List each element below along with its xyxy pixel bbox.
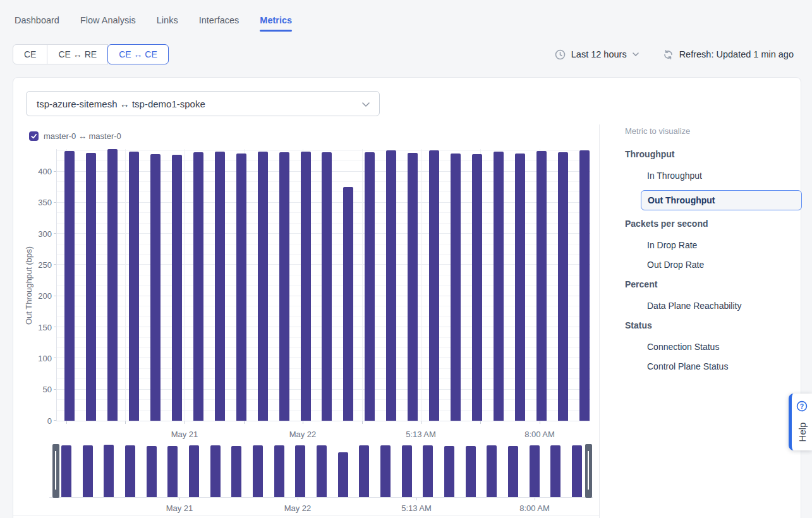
metric-item[interactable]: Out Throughput: [641, 190, 802, 210]
segment-button[interactable]: CE: [13, 44, 47, 64]
series-checkbox-label: master-0 ↔ master-0: [44, 131, 121, 141]
bar[interactable]: [472, 154, 482, 421]
bar[interactable]: [343, 187, 353, 421]
nav-item-metrics[interactable]: Metrics: [260, 15, 292, 32]
metric-item[interactable]: In Drop Rate: [612, 240, 802, 250]
chevron-down-icon: [633, 52, 639, 56]
navigator-bar: [402, 445, 412, 497]
metric-group-heading: Throughput: [625, 149, 802, 159]
navigator-bar: [210, 445, 221, 497]
navigator-bar: [317, 445, 327, 497]
metric-item[interactable]: Control Plane Status: [612, 361, 802, 371]
help-button[interactable]: ? Help: [789, 394, 812, 450]
navigator-bar: [530, 445, 540, 497]
pair-select[interactable]: tsp-azure-sitemesh ↔ tsp-demo1-spoke: [26, 91, 380, 116]
bar[interactable]: [107, 149, 118, 421]
metric-group-heading: Packets per second: [625, 219, 802, 229]
toolbar: CECE ↔ RECE ↔ CE Last 12 hours: [13, 44, 794, 64]
bar-chart[interactable]: 050100150200250300350400May 21May 225:13…: [56, 149, 590, 421]
bar[interactable]: [536, 151, 547, 421]
bar[interactable]: [86, 153, 96, 421]
metric-group: PercentData Plane Reachability: [612, 279, 802, 311]
axis-tick: [54, 233, 56, 234]
bar[interactable]: [515, 154, 525, 421]
bar[interactable]: [386, 150, 396, 421]
metric-item[interactable]: Out Drop Rate: [612, 260, 802, 270]
segment-button[interactable]: CE ↔ RE: [47, 44, 108, 64]
axis-tick: [54, 389, 56, 390]
nav-item-links[interactable]: Links: [157, 15, 178, 32]
bar[interactable]: [258, 152, 268, 421]
axis-tick: [303, 421, 303, 424]
navigator-bar: [466, 446, 476, 497]
gridline: [185, 149, 185, 421]
series-checkbox[interactable]: master-0 ↔ master-0: [29, 131, 121, 141]
bar[interactable]: [408, 153, 418, 421]
bar[interactable]: [429, 150, 439, 421]
segment-button[interactable]: CE ↔ CE: [107, 44, 169, 64]
refresh-button[interactable]: Refresh: Updated 1 min ago: [663, 49, 794, 60]
metric-groups: ThroughputIn ThroughputOut ThroughputPac…: [612, 149, 802, 371]
chart-navigator[interactable]: May 21May 225:13 AM8:00 AM: [49, 444, 593, 498]
metric-group: StatusConnection StatusControl Plane Sta…: [612, 320, 802, 371]
y-axis-title: Out Throughput (bps): [24, 246, 33, 325]
nav-item-interfaces[interactable]: Interfaces: [199, 15, 239, 32]
navigator-bar: [253, 445, 263, 497]
bar[interactable]: [64, 151, 75, 421]
y-tick-label: 250: [24, 260, 52, 270]
x-tick-label: 5:13 AM: [406, 430, 436, 439]
bar[interactable]: [129, 152, 139, 421]
navigator-tick-label: May 21: [166, 503, 193, 513]
bar[interactable]: [215, 152, 225, 421]
axis-tick: [54, 358, 56, 358]
navigator-bar: [444, 446, 454, 497]
navigator-bar: [125, 445, 135, 497]
time-range-label: Last 12 hours: [571, 49, 627, 59]
top-nav: DashboardFlow AnalysisLinksInterfacesMet…: [15, 15, 292, 32]
metric-item[interactable]: In Throughput: [612, 171, 802, 181]
axis-tick: [362, 421, 363, 424]
nav-item-dashboard[interactable]: Dashboard: [15, 15, 59, 32]
bar[interactable]: [279, 152, 289, 421]
navigator-bar: [83, 445, 93, 497]
navigator-bar: [550, 445, 561, 497]
question-icon: ?: [796, 401, 808, 412]
navigator-bar: [380, 445, 391, 497]
y-tick-label: 50: [24, 385, 52, 394]
bar[interactable]: [579, 150, 590, 421]
bar[interactable]: [365, 152, 375, 421]
gridline: [125, 149, 126, 421]
chevron-down-icon: [362, 102, 370, 107]
axis-tick: [66, 421, 67, 424]
navigator-tick-label: 5:13 AM: [401, 503, 432, 513]
navigator-bar: [423, 445, 433, 497]
bar[interactable]: [558, 152, 568, 421]
metric-item[interactable]: Connection Status: [612, 342, 802, 352]
metric-list-title: Metric to visualize: [625, 126, 802, 136]
chart-section: master-0 ↔ master-0 Out Throughput (bps)…: [13, 124, 600, 518]
bar[interactable]: [236, 154, 246, 421]
navigator-bar: [61, 445, 71, 497]
axis-tick: [480, 421, 481, 424]
metric-item[interactable]: Data Plane Reachability: [612, 301, 802, 311]
bar[interactable]: [150, 154, 161, 421]
navigator-handle-left[interactable]: [52, 444, 59, 498]
bar[interactable]: [172, 155, 182, 421]
time-range-button[interactable]: Last 12 hours: [555, 49, 639, 60]
metrics-panel: tsp-azure-sitemesh ↔ tsp-demo1-spoke mas…: [13, 77, 801, 518]
y-tick-label: 100: [24, 354, 52, 363]
bar[interactable]: [322, 152, 332, 421]
axis-tick: [54, 296, 56, 296]
x-tick-label: May 21: [171, 430, 198, 439]
y-tick-label: 200: [24, 291, 52, 301]
bar[interactable]: [451, 154, 461, 421]
bar[interactable]: [193, 152, 203, 421]
bar[interactable]: [301, 152, 311, 421]
checkbox-checked-icon: [29, 131, 39, 141]
axis-tick: [54, 420, 56, 421]
gridline: [362, 149, 363, 421]
navigator-handle-right[interactable]: [585, 444, 592, 498]
axis-tick: [416, 498, 417, 500]
nav-item-flow-analysis[interactable]: Flow Analysis: [80, 15, 136, 32]
bar[interactable]: [494, 152, 504, 421]
